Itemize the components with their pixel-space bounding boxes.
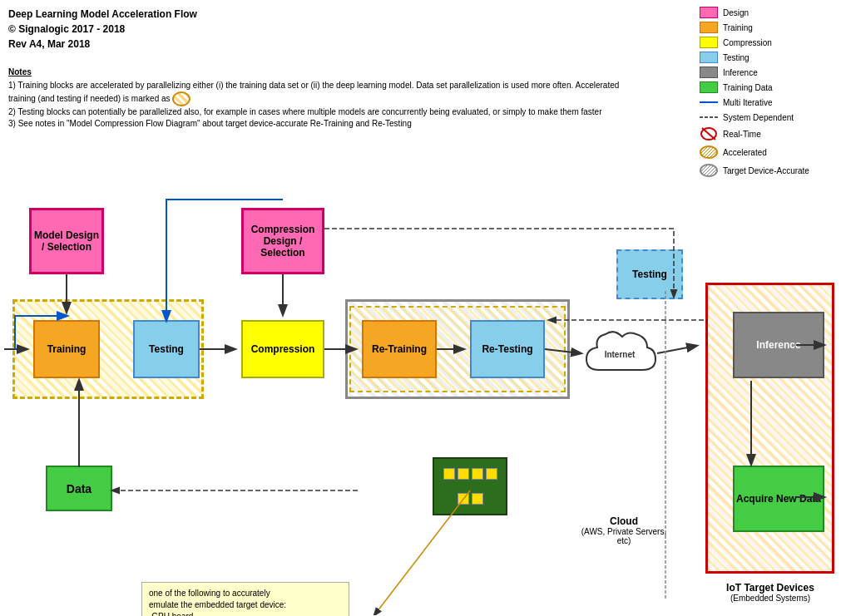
- header: Deep Learning Model Acceleration Flow © …: [8, 7, 197, 52]
- legend-compression: Compression: [700, 37, 833, 48]
- revision: Rev A4, Mar 2018: [8, 37, 197, 52]
- label-iot: IoT Target Devices (Embedded Systems): [704, 582, 837, 603]
- legend-training-data-box: [700, 81, 718, 93]
- block-data: Data: [46, 466, 112, 511]
- block-inference: Inference: [733, 312, 824, 378]
- legend-target-device-circle: [700, 163, 718, 178]
- cloud-icon: Internet: [582, 324, 657, 382]
- legend-multi-iterative-line: [700, 96, 718, 108]
- legend-realtime-circle: [700, 126, 718, 141]
- block-testing1: Testing: [133, 320, 200, 378]
- legend-accelerated: Accelerated: [700, 145, 833, 160]
- legend-testing-box: [700, 52, 718, 63]
- svg-point-4: [700, 146, 717, 158]
- legend-training-data: Training Data: [700, 81, 833, 93]
- cloud-label-1: Cloud: [578, 515, 670, 527]
- legend-accelerated-circle: [700, 145, 718, 160]
- note-3: 3) See notes in "Model Compression Flow …: [8, 118, 641, 130]
- legend-inference-label: Inference: [723, 68, 758, 77]
- copyright: © Signalogic 2017 - 2018: [8, 22, 197, 37]
- block-model-design: Model Design / Selection: [29, 208, 104, 274]
- note-1: 1) Training blocks are accelerated by pa…: [8, 80, 641, 106]
- block-compression-design: Compression Design / Selection: [241, 208, 324, 274]
- legend-realtime-label: Real-Time: [723, 130, 761, 139]
- pcb-chip-5: [458, 493, 469, 505]
- block-training: Training: [33, 320, 100, 378]
- pcb-chip-6: [472, 493, 483, 505]
- iot-label-1: IoT Target Devices: [704, 582, 837, 594]
- legend-training-data-label: Training Data: [723, 83, 773, 92]
- notes-title: Notes: [8, 67, 641, 78]
- label-cloud: Cloud (AWS, Private Servers, etc): [578, 515, 670, 545]
- iot-label-2: (Embedded Systems): [704, 594, 837, 603]
- legend-design: Design: [700, 7, 833, 18]
- pcb-chip-3: [472, 468, 483, 480]
- legend-testing-label: Testing: [723, 53, 749, 62]
- legend-design-box: [700, 7, 718, 18]
- legend-design-label: Design: [723, 8, 749, 17]
- pcb-chip-4: [486, 468, 497, 480]
- block-retesting: Re-Testing: [470, 320, 545, 378]
- legend-testing: Testing: [700, 52, 833, 63]
- legend: Design Training Compression Testing Infe…: [700, 7, 833, 181]
- block-acquire: Acquire New Data: [733, 466, 824, 532]
- legend-target-device: Target Device-Accurate: [700, 163, 833, 178]
- svg-point-5: [700, 165, 717, 176]
- legend-inference-box: [700, 67, 718, 78]
- note-box: one of the following to accuratelyemulat…: [141, 582, 349, 616]
- legend-multi-iterative: Multi Iterative: [700, 96, 833, 108]
- cloud-label-2: (AWS, Private Servers, etc): [578, 527, 670, 545]
- note-2: 2) Testing blocks can potentially be par…: [8, 106, 641, 118]
- legend-compression-label: Compression: [723, 38, 772, 47]
- main-container: Deep Learning Model Acceleration Flow © …: [0, 0, 841, 616]
- flow-area: Model Design / Selection Compression Des…: [0, 183, 841, 615]
- legend-system-dependent-line: [700, 111, 718, 123]
- notes-section: Notes 1) Training blocks are accelerated…: [8, 67, 641, 130]
- block-testing-tr: Testing: [616, 249, 683, 299]
- legend-system-dependent: System Dependent: [700, 111, 833, 123]
- pcb-board: [433, 457, 507, 515]
- block-retraining: Re-Training: [362, 320, 437, 378]
- accel-badge: [172, 91, 190, 106]
- legend-compression-box: [700, 37, 718, 48]
- svg-text:Internet: Internet: [605, 350, 636, 359]
- legend-accelerated-label: Accelerated: [723, 148, 767, 157]
- svg-line-13: [657, 346, 696, 353]
- legend-training: Training: [700, 22, 833, 33]
- block-compression: Compression: [241, 320, 324, 378]
- pcb-chip-2: [458, 468, 469, 480]
- legend-system-dependent-label: System Dependent: [723, 113, 794, 122]
- legend-training-box: [700, 22, 718, 33]
- legend-realtime: Real-Time: [700, 126, 833, 141]
- pcb-chip-1: [443, 468, 455, 480]
- title: Deep Learning Model Acceleration Flow: [8, 7, 197, 22]
- legend-target-device-label: Target Device-Accurate: [723, 166, 809, 175]
- legend-inference: Inference: [700, 67, 833, 78]
- note-box-text: one of the following to accuratelyemulat…: [149, 589, 286, 616]
- legend-multi-iterative-label: Multi Iterative: [723, 98, 772, 107]
- legend-training-label: Training: [723, 23, 753, 32]
